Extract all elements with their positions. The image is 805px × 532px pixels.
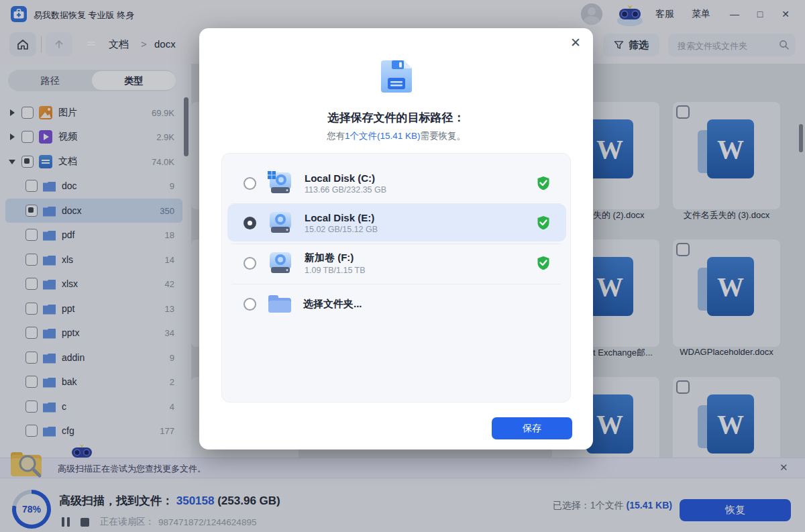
target-list: Local Disk (C:) 113.66 GB/232.35 GB: [221, 153, 571, 403]
shield-check-icon: [537, 256, 550, 270]
disk-size: 15.02 GB/15.12 GB: [305, 225, 378, 234]
target-option-browse-folder[interactable]: 选择文件夹...: [227, 285, 566, 323]
subtitle-highlight: 1个文件(15.41 KB): [345, 131, 421, 141]
radio-button[interactable]: [244, 298, 256, 311]
disk-icon: [267, 211, 294, 235]
target-option-disk-f[interactable]: 新加卷 (F:) 1.09 TB/1.15 TB: [227, 244, 566, 282]
disk-name: Local Disk (C:): [305, 172, 386, 184]
shield-check-icon: [537, 176, 550, 191]
target-option-disk-c[interactable]: Local Disk (C:) 113.66 GB/232.35 GB: [227, 164, 566, 202]
radio-button[interactable]: [244, 177, 256, 190]
disk-size: 113.66 GB/232.35 GB: [305, 185, 386, 195]
save-dialog: ✕ 选择保存文件的目标路径： 您有1个文件(15.41 KB)需要恢复。: [199, 28, 593, 449]
radio-button-selected[interactable]: [244, 217, 256, 229]
disk-size: 1.09 TB/1.15 TB: [305, 266, 366, 275]
disk-name: Local Disk (E:): [305, 212, 378, 223]
save-button[interactable]: 保存: [492, 417, 572, 439]
dialog-title: 选择保存文件的目标路径：: [199, 110, 593, 125]
subtitle-prefix: 您有: [327, 131, 345, 141]
target-option-disk-e[interactable]: Local Disk (E:) 15.02 GB/15.12 GB: [227, 204, 566, 242]
system-disk-icon: [267, 171, 294, 195]
app-window: 易我数据恢复 专业版 终身 客服 菜单 — □ ✕ 文档 > d: [0, 0, 805, 532]
browse-label: 选择文件夹...: [303, 298, 362, 311]
dialog-subtitle: 您有1个文件(15.41 KB)需要恢复。: [199, 130, 593, 142]
subtitle-suffix: 需要恢复。: [421, 131, 466, 141]
radio-button[interactable]: [244, 257, 256, 270]
divider: [231, 284, 561, 284]
disk-name: 新加卷 (F:): [305, 252, 366, 264]
folder-icon: [267, 293, 292, 315]
disk-icon: [267, 251, 294, 275]
dialog-close-icon[interactable]: ✕: [570, 35, 581, 50]
shield-check-icon: [537, 215, 550, 230]
floppy-disk-icon: [377, 58, 415, 95]
